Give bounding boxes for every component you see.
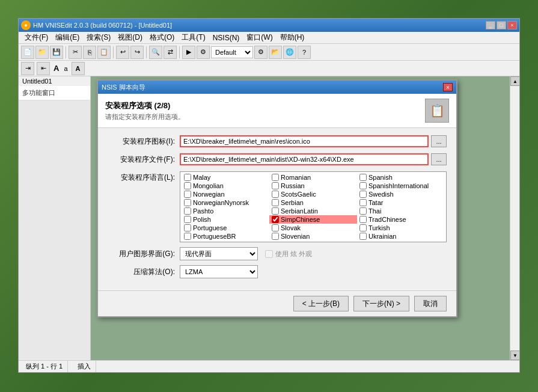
lang-name: Swedish bbox=[368, 191, 394, 198]
restore-button[interactable]: □ bbox=[497, 21, 506, 29]
icon-input[interactable] bbox=[180, 135, 429, 147]
browse2-button[interactable]: 🌐 bbox=[283, 46, 296, 59]
lang-checkbox[interactable] bbox=[272, 207, 279, 215]
compile-button[interactable]: ▶ bbox=[182, 46, 195, 59]
icon-browse-button[interactable]: ... bbox=[431, 135, 447, 147]
font-label-a: a bbox=[64, 65, 67, 72]
lang-name: Slovenian bbox=[281, 233, 310, 240]
file-browse-button[interactable]: ... bbox=[431, 153, 447, 165]
editor-area[interactable]: NSIS 脚本向导 × 安装程序选项 (2/8) 请指定安装程序所用选项。 📋 … bbox=[91, 76, 519, 360]
lang-checkbox[interactable] bbox=[184, 216, 191, 223]
lang-checkbox[interactable] bbox=[272, 191, 279, 198]
lang-item: SerbianLatin bbox=[269, 207, 357, 215]
menu-help[interactable]: 帮助(H) bbox=[277, 32, 308, 43]
lang-checkbox[interactable] bbox=[359, 207, 367, 215]
lang-checkbox[interactable] bbox=[184, 182, 191, 189]
prev-button[interactable]: < 上一步(B) bbox=[293, 296, 349, 311]
lang-name: Spanish bbox=[368, 174, 393, 181]
lang-name: Russian bbox=[281, 182, 305, 189]
lang-checkbox[interactable] bbox=[272, 182, 279, 189]
menu-format[interactable]: 格式(O) bbox=[146, 32, 178, 43]
compiler-select[interactable]: Default bbox=[211, 46, 253, 58]
lang-checkbox[interactable] bbox=[359, 199, 367, 206]
lang-grid-container[interactable]: MalayRomanianSpanishMongolianRussianSpan… bbox=[180, 172, 446, 242]
lang-item: Turkish bbox=[357, 224, 445, 232]
lang-checkbox[interactable] bbox=[272, 199, 279, 206]
undo-button[interactable]: ↩ bbox=[116, 46, 129, 59]
lang-checkbox[interactable] bbox=[359, 174, 367, 181]
ui-select[interactable]: 现代界面 bbox=[180, 247, 258, 260]
menu-tools[interactable]: 工具(T) bbox=[178, 32, 209, 43]
lang-item: Thai bbox=[357, 207, 445, 215]
lang-item: TradChinese bbox=[357, 215, 445, 224]
cut-button[interactable]: ✂ bbox=[69, 46, 82, 59]
close-button[interactable]: × bbox=[507, 21, 517, 29]
lang-name: TradChinese bbox=[368, 216, 406, 223]
lang-checkbox[interactable] bbox=[184, 191, 191, 198]
lang-name: Serbian bbox=[281, 199, 304, 206]
settings-button[interactable]: ⚙ bbox=[254, 46, 267, 59]
ui-appearance-checkbox[interactable] bbox=[265, 250, 273, 258]
lang-name: Norwegian bbox=[193, 191, 225, 198]
menu-window[interactable]: 窗口(W) bbox=[243, 32, 276, 43]
lang-checkbox[interactable] bbox=[359, 233, 367, 240]
menu-edit[interactable]: 编辑(E) bbox=[52, 32, 83, 43]
save-button[interactable]: 💾 bbox=[50, 46, 63, 59]
minimize-button[interactable]: _ bbox=[486, 21, 495, 29]
lang-item: Spanish bbox=[357, 173, 445, 182]
lang-checkbox[interactable] bbox=[359, 216, 367, 223]
paste-button[interactable]: 📋 bbox=[97, 46, 111, 59]
lang-item: ScotsGaelic bbox=[269, 190, 357, 198]
cancel-button[interactable]: 取消 bbox=[414, 296, 447, 311]
bold-button[interactable]: A bbox=[72, 62, 85, 75]
ui-appearance-label: 使用 炫 外观 bbox=[275, 250, 312, 259]
nsis-dialog: NSIS 脚本向导 × 安装程序选项 (2/8) 请指定安装程序所用选项。 📋 … bbox=[97, 79, 457, 317]
compress-field-label: 压缩算法(O): bbox=[108, 267, 180, 277]
scroll-down-arrow[interactable]: ▼ bbox=[510, 351, 519, 360]
lang-item: Slovak bbox=[269, 224, 357, 232]
next-button[interactable]: 下一步(N) > bbox=[353, 296, 409, 311]
lang-item: Romanian bbox=[269, 173, 357, 182]
lang-item: Slovenian bbox=[269, 232, 357, 240]
lang-name: SerbianLatin bbox=[281, 207, 318, 215]
lang-checkbox[interactable] bbox=[184, 233, 191, 240]
lang-checkbox[interactable] bbox=[359, 191, 367, 198]
lang-checkbox[interactable] bbox=[272, 216, 279, 223]
main-window: ● HM VNISEdit 2.0.3 (build 060712) - [Un… bbox=[18, 18, 520, 373]
format-toolbar: ⇥ ⇤ A a A bbox=[19, 61, 519, 76]
lang-checkbox[interactable] bbox=[272, 224, 279, 231]
menu-view[interactable]: 视图(D) bbox=[114, 32, 146, 43]
menu-search[interactable]: 搜索(S) bbox=[83, 32, 114, 43]
search-button[interactable]: 🔍 bbox=[149, 46, 162, 59]
help-btn[interactable]: ? bbox=[298, 46, 311, 59]
file-input[interactable] bbox=[180, 153, 429, 165]
menu-file[interactable]: 文件(F) bbox=[21, 32, 52, 43]
compile2-button[interactable]: ⚙ bbox=[197, 46, 210, 59]
lang-checkbox[interactable] bbox=[359, 224, 367, 231]
sidebar-tab-untitled[interactable]: Untitled01 bbox=[19, 76, 90, 86]
lang-checkbox[interactable] bbox=[184, 199, 191, 206]
redo-button[interactable]: ↪ bbox=[130, 46, 144, 59]
outdent-button[interactable]: ⇤ bbox=[37, 62, 50, 75]
lang-checkbox[interactable] bbox=[184, 224, 191, 231]
lang-item: Ukrainian bbox=[357, 232, 445, 240]
replace-button[interactable]: ⇄ bbox=[164, 46, 177, 59]
scroll-up-arrow[interactable]: ▲ bbox=[510, 76, 519, 86]
indent-button[interactable]: ⇥ bbox=[21, 62, 34, 75]
lang-checkbox[interactable] bbox=[184, 174, 191, 181]
open-button[interactable]: 📁 bbox=[35, 46, 49, 59]
lang-name: Turkish bbox=[368, 224, 390, 231]
compress-select[interactable]: LZMA bbox=[180, 265, 258, 278]
nsis-close-button[interactable]: × bbox=[443, 83, 453, 91]
lang-checkbox[interactable] bbox=[184, 207, 191, 215]
lang-checkbox[interactable] bbox=[359, 182, 367, 189]
lang-item: SimpChinese bbox=[269, 215, 357, 224]
copy-button[interactable]: ⎘ bbox=[83, 46, 96, 59]
lang-checkbox[interactable] bbox=[272, 174, 279, 181]
browse-button[interactable]: 📂 bbox=[269, 46, 282, 59]
new-button[interactable]: 📄 bbox=[21, 46, 34, 59]
scroll-track bbox=[510, 86, 519, 351]
icon-field-label: 安装程序图标(I): bbox=[108, 136, 180, 147]
menu-nsis[interactable]: NSIS(N) bbox=[209, 34, 243, 42]
lang-checkbox[interactable] bbox=[272, 233, 279, 240]
